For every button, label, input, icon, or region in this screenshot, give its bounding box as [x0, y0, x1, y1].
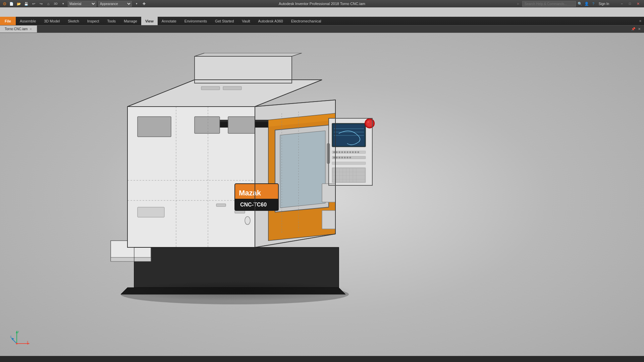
tb-extra2-icon[interactable]: ▾: [134, 1, 139, 6]
app-icon: ⚙: [3, 1, 7, 6]
menu-tools[interactable]: Tools: [103, 17, 120, 25]
search-input[interactable]: [522, 1, 576, 7]
tb-help-icon[interactable]: ?: [591, 1, 596, 6]
doc-close-icon[interactable]: ✕: [637, 26, 641, 32]
doc-controls-icon[interactable]: ≡: [639, 19, 641, 23]
svg-text:x: x: [27, 340, 29, 343]
doc-tab-label: Torno CNC.iam: [5, 27, 28, 31]
menu-bar: File Assemble 3D Model Sketch Inspect To…: [0, 17, 644, 25]
tb-user-icon[interactable]: 👤: [584, 1, 589, 6]
svg-point-35: [358, 152, 359, 153]
svg-rect-14: [228, 117, 255, 133]
menu-sketch[interactable]: Sketch: [64, 17, 83, 25]
tb-save-icon[interactable]: 💾: [23, 1, 29, 6]
svg-marker-6: [127, 80, 322, 107]
menu-environments[interactable]: Environments: [180, 17, 211, 25]
svg-text:CNC-TC60: CNC-TC60: [240, 202, 267, 207]
svg-text:y: y: [17, 330, 19, 333]
svg-point-29: [341, 152, 343, 153]
svg-point-62: [245, 217, 250, 225]
svg-marker-18: [280, 131, 325, 208]
menu-3dmodel[interactable]: 3D Model: [40, 17, 64, 25]
svg-rect-13: [195, 117, 220, 133]
svg-point-33: [352, 152, 354, 153]
tb-add-icon[interactable]: ✚: [141, 1, 147, 6]
tb-redo-icon[interactable]: ↪: [38, 1, 44, 6]
svg-rect-46: [333, 168, 365, 182]
svg-point-42: [347, 157, 348, 159]
svg-rect-24: [334, 135, 364, 136]
menu-file[interactable]: File: [0, 17, 16, 25]
svg-point-40: [341, 157, 343, 159]
title-bar: ⚙ 📄 📂 💾 ↩ ↪ ⌂ 3D ▾ Material Appearance ▾…: [0, 0, 644, 7]
doc-tab-torno[interactable]: Torno CNC.iam ✕: [0, 25, 37, 33]
signin-button[interactable]: Sign In: [597, 1, 610, 6]
machine-shadow: [119, 281, 354, 301]
axis-indicator: y x z: [10, 328, 30, 349]
svg-rect-70: [322, 210, 335, 229]
material-selector[interactable]: Material: [68, 1, 96, 7]
svg-point-27: [336, 152, 338, 153]
title-bar-left: ⚙ 📄 📂 💾 ↩ ↪ ⌂ 3D ▾ Material Appearance ▾…: [3, 1, 147, 7]
tb-search-icon[interactable]: 🔍: [577, 1, 583, 6]
svg-point-26: [333, 152, 335, 153]
svg-rect-64: [235, 210, 245, 213]
appearance-selector[interactable]: Appearance: [98, 1, 132, 7]
svg-point-59: [367, 121, 369, 123]
svg-point-32: [350, 152, 351, 153]
tb-home-icon[interactable]: ⌂: [46, 1, 51, 6]
title-bar-right: ▶ 🔍 👤 ? Sign In – □ ✕: [517, 1, 641, 7]
tb-undo-icon[interactable]: ↩: [31, 1, 36, 6]
svg-rect-75: [201, 86, 220, 90]
menu-view[interactable]: View: [141, 17, 158, 25]
menu-a360[interactable]: Autodesk A360: [254, 17, 287, 25]
menu-manage[interactable]: Manage: [120, 17, 141, 25]
menu-electromechanical[interactable]: Electromechanical: [287, 17, 325, 25]
svg-rect-69: [322, 184, 335, 202]
status-bar: [0, 356, 644, 362]
tb-extra-icon[interactable]: ▾: [60, 1, 66, 6]
svg-rect-23: [334, 132, 364, 132]
svg-point-41: [344, 157, 346, 159]
svg-point-38: [336, 157, 338, 159]
doc-tab-bar: Torno CNC.iam ✕ 📌 ✕: [0, 25, 644, 33]
svg-text:z: z: [10, 335, 12, 338]
maximize-button[interactable]: □: [627, 1, 633, 6]
svg-point-28: [339, 152, 340, 153]
svg-rect-76: [223, 86, 241, 90]
svg-rect-4: [111, 257, 151, 261]
doc-tab-right: 📌 ✕: [631, 26, 644, 32]
svg-point-43: [350, 157, 351, 159]
svg-point-30: [344, 152, 346, 153]
menu-annotate[interactable]: Annotate: [158, 17, 180, 25]
minimize-button[interactable]: –: [619, 1, 625, 6]
viewport[interactable]: Mazak CNC-TC60 y: [0, 33, 644, 362]
tb-new-icon[interactable]: 📄: [9, 1, 14, 6]
svg-rect-61: [138, 207, 164, 217]
menu-vault[interactable]: Vault: [238, 17, 254, 25]
close-button[interactable]: ✕: [635, 1, 641, 6]
svg-text:Mazak: Mazak: [239, 189, 261, 197]
svg-marker-9: [195, 53, 302, 56]
title-bar-title: Autodesk Inventor Professional 2018 Torn…: [279, 2, 365, 6]
svg-rect-63: [216, 204, 226, 206]
svg-point-39: [339, 157, 340, 159]
menu-inspect[interactable]: Inspect: [83, 17, 103, 25]
doc-pin-icon[interactable]: 📌: [631, 26, 636, 32]
tb-3d-icon[interactable]: 3D: [53, 1, 58, 6]
menu-getstarted[interactable]: Get Started: [211, 17, 238, 25]
svg-point-37: [333, 157, 335, 159]
svg-rect-44: [332, 162, 366, 165]
svg-point-31: [347, 152, 348, 153]
menu-assemble[interactable]: Assemble: [16, 17, 40, 25]
doc-tab-close-icon[interactable]: ✕: [30, 27, 32, 31]
svg-point-34: [355, 152, 357, 153]
svg-rect-12: [138, 117, 171, 137]
svg-rect-22: [334, 128, 364, 129]
machine-container: Mazak CNC-TC60: [94, 53, 379, 294]
svg-rect-8: [195, 56, 292, 83]
tb-open-icon[interactable]: 📂: [16, 1, 21, 6]
svg-point-94: [16, 343, 18, 345]
